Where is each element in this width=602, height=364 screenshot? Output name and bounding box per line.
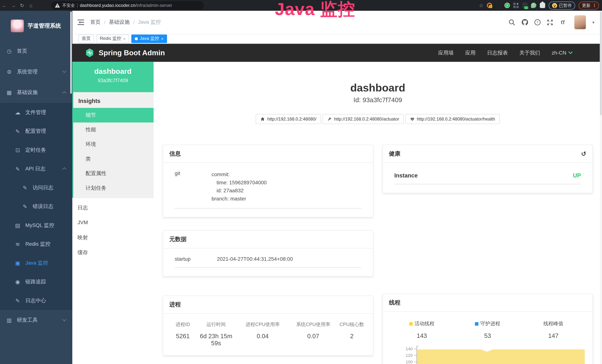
sidebar-item-error-log[interactable]: ✎ 错误日志 [0, 197, 72, 216]
threads-legend: 活动线程 守护进程 线程峰值 [389, 312, 586, 327]
sidebar-item-file-manage[interactable]: ☁ 文件管理 [0, 103, 72, 122]
breadcrumb-infra[interactable]: 基础设施 [109, 19, 130, 26]
history-icon[interactable]: ↺ [581, 151, 586, 157]
chevron-down-icon [63, 69, 66, 73]
header-actions: ? tT ▾ [509, 15, 594, 29]
extension-icon[interactable]: 1 [487, 3, 492, 8]
close-icon[interactable]: × [161, 36, 163, 41]
instance-id-line: Id: 93a3fc7f7409 [153, 96, 602, 104]
sba-nav-journal[interactable]: 日志报表 [487, 49, 508, 56]
service-url-button[interactable]: http://192.168.0.2:48080/ [256, 114, 321, 124]
browser-menu-dots-icon[interactable]: ⋮ [592, 3, 597, 8]
instance-menu-caches[interactable]: 缓存 [72, 245, 153, 260]
extension-icon[interactable]: y [505, 3, 510, 8]
instance-menu-mappings[interactable]: 映射 [72, 230, 153, 245]
browser-actions: ☆ 1 y on 已暂停 更新 ⋮ [479, 0, 599, 11]
instance-sidebar: dashboard 93a3fc7f7409 Insights 细节 性能 环境… [72, 62, 153, 364]
instance-menu-configprops[interactable]: 配置属性 [74, 166, 154, 181]
instance-menu-scheduled[interactable]: 计划任务 [74, 181, 154, 195]
tab-home[interactable]: 首页 [78, 34, 94, 43]
sba-nav-about[interactable]: 关于我们 [519, 49, 540, 56]
bookmark-star-icon[interactable]: ☆ [479, 2, 483, 8]
process-pid: 5261 [171, 333, 195, 347]
extension-icon[interactable] [531, 3, 536, 8]
browser-reload-icon[interactable]: ↻ [18, 2, 27, 8]
cards-grid: 信息 git commit: time: 1596289704000 id: 2… [153, 145, 602, 364]
sidebar-item-log-center[interactable]: ✎ 日志中心 [0, 291, 72, 310]
sidebar-item-scheduled-tasks[interactable]: ⊡ 定时任务 [0, 140, 72, 159]
instance-menu-environment[interactable]: 环境 [74, 137, 154, 152]
sidebar-item-access-log[interactable]: ✎ 访问日志 [0, 178, 72, 197]
extension-icon[interactable] [495, 3, 501, 8]
sidebar-item-system[interactable]: ⚙ 系统管理 [0, 61, 72, 82]
sidebar-item-mysql-monitor[interactable]: ▤ MySQL 监控 [0, 216, 72, 235]
url-text[interactable]: dashboard.yudao.iocoder.cn/infra/admin-s… [80, 3, 172, 8]
live-threads-area [417, 349, 585, 364]
font-size-icon[interactable]: tT [559, 19, 566, 26]
instance-name: dashboard [72, 67, 153, 76]
y-tick-label: 100 [399, 359, 413, 364]
user-avatar[interactable] [574, 15, 586, 29]
sidebar-item-api-log[interactable]: ✎ API 日志 [0, 159, 72, 178]
sidebar-item-dev-tools[interactable]: ▥ 研发工具 [0, 310, 72, 331]
sba-logo-icon [85, 48, 94, 58]
help-icon[interactable]: ? [534, 19, 541, 26]
sba-nav-wallboard[interactable]: 应用墙 [438, 49, 454, 56]
tab-redis-monitor[interactable]: Redis 监控 × [97, 34, 129, 43]
instance-header[interactable]: dashboard 93a3fc7f7409 [72, 62, 153, 92]
y-tick-label: 140 [399, 346, 413, 351]
tab-java-monitor[interactable]: Java 监控 × [131, 34, 167, 43]
profile-paused-badge[interactable]: 已暂停 [548, 1, 575, 9]
insights-group-label: Insights [74, 92, 154, 108]
health-url-button[interactable]: http://192.168.0.2:48080/actuator/health [405, 114, 500, 124]
sidebar-item-tracing[interactable]: ◉ 链路追踪 [0, 272, 72, 291]
address-bar[interactable]: 不安全 dashboard.yudao.iocoder.cn/infra/adm… [51, 1, 204, 10]
threads-values: 143 53 147 [389, 327, 586, 339]
process-card: 进程 进程ID 运行时间 进程CPU使用率 系统CPU使用率 CPU核心数 [163, 296, 373, 356]
health-row-instance[interactable]: Instance UP [389, 163, 586, 179]
github-icon[interactable] [521, 19, 528, 26]
sidebar-scrollbar[interactable] [70, 11, 72, 94]
health-card: 健康 ↺ Instance UP [383, 145, 593, 193]
close-icon[interactable]: × [123, 36, 126, 41]
app-logo-row[interactable]: 芋道管理系统 [0, 11, 72, 41]
locale-selector[interactable]: zh-CN [552, 50, 572, 56]
extension-icon[interactable] [513, 3, 519, 8]
chart-icon: ▤ [14, 222, 21, 228]
sidebar-item-redis-monitor[interactable]: ≋ Redis 监控 [0, 235, 72, 253]
sba-title: Spring Boot Admin [99, 49, 165, 57]
sba-brand[interactable]: Spring Boot Admin [85, 48, 165, 58]
breadcrumb-home[interactable]: 首页 [90, 19, 101, 26]
browser-back-icon[interactable]: ← [0, 2, 9, 8]
daemon-threads-value: 53 [455, 332, 521, 339]
extension-icon[interactable]: on [522, 3, 527, 8]
instance-menu-details[interactable]: 细节 [72, 108, 153, 123]
browser-home-icon[interactable]: ⌂ [27, 2, 35, 8]
chevron-up-icon [63, 167, 66, 171]
sidebar-item-config-manage[interactable]: ✎ 配置管理 [0, 122, 72, 140]
window-scrollbar[interactable] [600, 11, 602, 364]
instance-menu-metrics[interactable]: 性能 [74, 123, 154, 137]
extensions-puzzle-icon[interactable] [540, 3, 545, 8]
sba-nav-applications[interactable]: 应用 [465, 49, 475, 56]
edit-icon: ✎ [14, 166, 21, 172]
sidebar-item-home[interactable]: ◷ 首页 [0, 41, 72, 62]
breadcrumb: 首页 / 基础设施 / Java 监控 [90, 19, 161, 26]
avatar-caret-icon[interactable]: ▾ [592, 20, 594, 24]
edit-icon: ✎ [14, 128, 21, 134]
profile-avatar-emoji [552, 3, 557, 8]
browser-update-button[interactable]: 更新 ⋮ [579, 1, 599, 9]
collapse-sidebar-icon[interactable] [77, 20, 84, 25]
actuator-url-button[interactable]: http://192.168.0.2:48080/actuator [322, 114, 404, 124]
task-icon: ⊡ [14, 147, 21, 153]
fullscreen-icon[interactable] [547, 19, 554, 26]
search-icon[interactable] [509, 19, 516, 26]
browser-forward-icon[interactable]: → [9, 2, 18, 8]
sidebar-item-java-monitor[interactable]: ▣ Java 监控 [0, 254, 72, 272]
instance-menu-logs[interactable]: 日志 [72, 200, 153, 215]
chevron-down-icon [568, 50, 572, 54]
instance-menu-classes[interactable]: 类 [74, 152, 154, 166]
sidebar-item-infra[interactable]: ▦ 基础设施 [0, 82, 72, 103]
instance-menu-jvm[interactable]: JVM [72, 215, 153, 230]
security-label[interactable]: 不安全 [62, 2, 75, 8]
